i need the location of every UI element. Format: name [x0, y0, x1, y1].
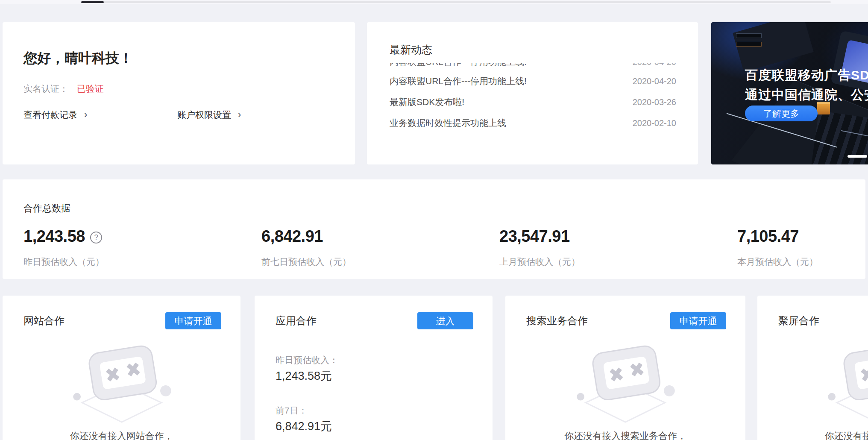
app-yesterday-label: 昨日预估收入： [276, 354, 338, 366]
news-card-title: 最新动态 [390, 43, 432, 57]
empty-state-illustration [572, 345, 679, 427]
banner-art-server-panel [733, 22, 814, 72]
app-last7-label: 前7日： [276, 405, 308, 417]
banner-headline-line2: 通过中国信通院、公安 [745, 86, 868, 104]
empty-state-text: 你还没有接入搜索业务合作， [505, 430, 745, 440]
empty-state-text: 你还没有接入网站合作， [3, 430, 240, 440]
banner-art-slot [736, 33, 762, 38]
total-stats-card: 合作总数据 1,243.58? 昨日预估收入（元） 6,842.91 前七日预估… [3, 179, 865, 279]
app-coop-card: 应用合作 进入 昨日预估收入： 1,243.58元 前7日： 6,842.91元 [255, 296, 493, 440]
apply-open-button[interactable]: 申请开通 [165, 312, 221, 329]
news-partial-title: 内容联盟URL合作---停用功能上线! [390, 63, 527, 67]
empty-tv-illustration [823, 345, 868, 425]
chevron-right-icon: › [238, 109, 241, 120]
auth-row: 实名认证： 已验证 [23, 83, 104, 95]
coop-card-title: 应用合作 [276, 314, 317, 328]
empty-tv-illustration [572, 345, 679, 425]
empty-state-illustration [823, 345, 868, 427]
news-item-partial: 内容联盟URL合作---停用功能上线! 2020-04-20 [390, 63, 676, 68]
news-item[interactable]: 业务数据时效性提示功能上线 2020-02-10 [390, 117, 676, 129]
news-item-date: 2020-04-20 [633, 76, 676, 86]
apply-open-button[interactable]: 申请开通 [670, 312, 726, 329]
banner-cta-button[interactable]: 了解更多 [745, 106, 818, 121]
stat-label: 昨日预估收入（元） [23, 256, 261, 268]
stat-number: 1,243.58 [23, 227, 85, 245]
banner-headline-line1: 百度联盟移动广告SDK [745, 67, 868, 84]
news-item-title: 内容联盟URL合作---停用功能上线! [390, 75, 527, 87]
payment-records-label: 查看付款记录 [23, 110, 77, 120]
account-permission-link[interactable]: 账户权限设置 › [177, 109, 241, 121]
empty-tv-illustration [68, 345, 175, 425]
greeting-card: 您好，晴叶科技！ 实名认证： 已验证 查看付款记录 › 账户权限设置 › [3, 22, 355, 164]
page-title: 您好，晴叶科技！ [23, 49, 133, 68]
promo-banner[interactable]: 百度联盟移动广告SDK 通过中国信通院、公安 了解更多 [711, 22, 868, 164]
news-item-title: 最新版SDK发布啦! [390, 96, 464, 108]
top-progress-handle[interactable] [81, 1, 104, 3]
top-progress-track[interactable] [81, 1, 831, 3]
stat-label: 上月预估收入（元） [499, 256, 737, 268]
empty-state-illustration [68, 345, 175, 427]
stat-value: 7,105.47 [737, 227, 868, 246]
app-yesterday-value: 1,243.58元 [276, 368, 332, 384]
help-icon[interactable]: ? [90, 232, 102, 243]
news-item-date: 2020-02-10 [633, 118, 676, 128]
empty-state-text: 你还没有接入聚屏合作， [757, 430, 868, 440]
stats-row: 1,243.58? 昨日预估收入（元） 6,842.91 前七日预估收入（元） … [23, 227, 868, 268]
news-card: 最新动态 内容联盟URL合作---停用功能上线! 2020-04-20 内容联盟… [367, 22, 698, 164]
auth-status-badge: 已验证 [77, 84, 104, 94]
stat-yesterday: 1,243.58? 昨日预估收入（元） [23, 227, 261, 268]
coop-card-title: 搜索业务合作 [526, 314, 588, 328]
news-partial-date: 2020-04-20 [633, 63, 676, 67]
account-permission-label: 账户权限设置 [177, 110, 231, 120]
stat-lastmonth: 23,547.91 上月预估收入（元） [499, 227, 737, 268]
website-coop-card: 网站合作 申请开通 你还没有接入网站合作， [3, 296, 240, 440]
stat-label: 本月预估收入（元） [737, 256, 868, 268]
coop-card-title: 聚屏合作 [778, 314, 819, 328]
carousel-indicator[interactable] [847, 155, 867, 158]
stat-value: 23,547.91 [499, 227, 737, 246]
chevron-right-icon: › [84, 109, 88, 120]
juping-coop-card: 聚屏合作 申请开通 你还没有接入聚屏合作， [757, 296, 868, 440]
auth-label: 实名认证： [23, 84, 68, 94]
payment-records-link[interactable]: 查看付款记录 › [23, 109, 88, 121]
stat-label: 前七日预估收入（元） [261, 256, 499, 268]
stat-last7days: 6,842.91 前七日预估收入（元） [261, 227, 499, 268]
stat-value: 6,842.91 [261, 227, 499, 246]
enter-button[interactable]: 进入 [417, 312, 473, 329]
banner-art-slot [736, 42, 762, 47]
news-item[interactable]: 最新版SDK发布啦! 2020-03-26 [390, 96, 676, 108]
dashboard-page: 您好，晴叶科技！ 实名认证： 已验证 查看付款记录 › 账户权限设置 › 最新动… [0, 0, 868, 440]
coop-card-title: 网站合作 [23, 314, 65, 328]
app-last7-value: 6,842.91元 [276, 419, 332, 434]
stats-section-title: 合作总数据 [23, 202, 70, 215]
news-item[interactable]: 内容联盟URL合作---停用功能上线! 2020-04-20 [390, 75, 676, 87]
search-coop-card: 搜索业务合作 申请开通 你还没有接入搜索业务合作， [505, 296, 745, 440]
news-item-date: 2020-03-26 [633, 97, 676, 107]
stat-value: 1,243.58? [23, 227, 261, 246]
news-item-title: 业务数据时效性提示功能上线 [390, 117, 506, 129]
stat-thismonth: 7,105.47 本月预估收入（元） [737, 227, 868, 268]
